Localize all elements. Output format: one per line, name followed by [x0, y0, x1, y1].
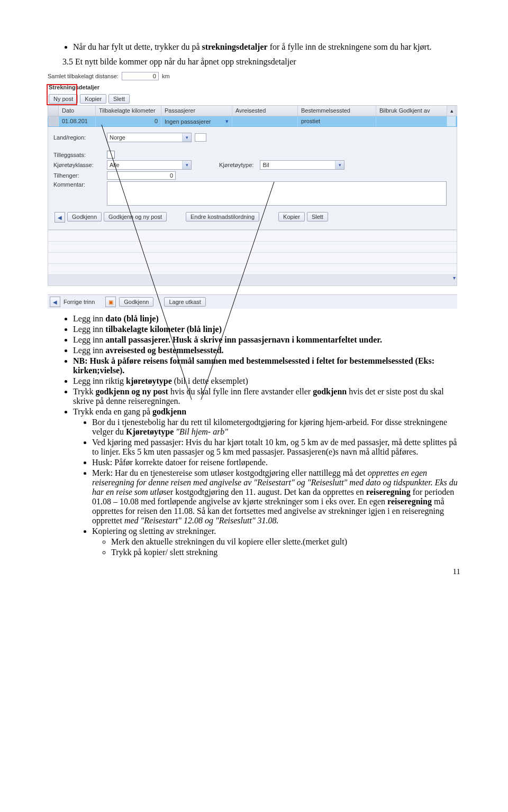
empty-grid-rows: ▾: [48, 230, 457, 286]
t: med "Reisestart" 12.08 og "Reiseslutt" 3…: [124, 516, 279, 525]
intro-text-b: for å fylle inn de strekningene som du h…: [268, 42, 432, 51]
app-frame: Samlet tilbakelagt distanse: 0 km Strekn…: [48, 72, 457, 309]
land-combo[interactable]: Norge ▾: [107, 133, 192, 142]
cell-bil[interactable]: [376, 116, 447, 126]
kommentar-textarea[interactable]: [107, 181, 447, 206]
samlet-label: Samlet tilbakelagt distanse:: [48, 73, 119, 79]
kjklasse-label: Kjøretøyklasse:: [53, 162, 104, 168]
step-heading: 3.5 Et nytt bilde kommer opp når du har …: [48, 57, 460, 67]
t: tilbakelagte kilometer (blå linje): [105, 325, 222, 334]
t: Trykk enda en gang på: [73, 407, 152, 416]
t: Merk: Har du en tjenestereise som utløse…: [92, 468, 368, 477]
section-title: Strekningsdetaljer: [48, 82, 457, 93]
page-number: 11: [453, 567, 460, 576]
intro-bold: strekningsdetaljer: [202, 42, 267, 51]
slett-button[interactable]: Slett: [108, 94, 130, 104]
t: avreisested og bestemmelsessted.: [105, 346, 223, 355]
t: godkjenn: [152, 407, 186, 416]
tilhenger-label: Tilhenger:: [53, 172, 104, 179]
col-pass[interactable]: Passasjerer: [161, 106, 232, 116]
t: Merk den aktuelle strekningen du vil kop…: [111, 537, 460, 547]
intro-bullet: Når du har fylt ut dette, trykker du på …: [73, 42, 460, 52]
col-km[interactable]: Tilbakelagte kilometer: [96, 106, 161, 116]
land-label: Land/region:: [53, 134, 104, 141]
godkjenn-bottom-button[interactable]: Godkjenn: [119, 297, 153, 307]
guide-list: Legg inn dato (blå linje) Legg inn tilba…: [48, 314, 460, 557]
tilhenger-value[interactable]: 0: [107, 171, 176, 180]
kjklasse-value: Alle: [110, 162, 119, 168]
t: Kjøretøytype: [126, 427, 174, 436]
chevron-down-icon[interactable]: ▾: [335, 161, 344, 169]
t: "Bil hjem- arb": [174, 427, 228, 436]
t: Ved kjøring med passasjer: Hvis du har k…: [92, 438, 460, 457]
lagre-utkast-button[interactable]: Lagre utkast: [164, 297, 206, 307]
t: Legg inn: [73, 314, 105, 323]
kjtype-combo[interactable]: Bil ▾: [260, 160, 344, 170]
godkjenn-button[interactable]: Godkjenn: [67, 212, 102, 222]
t: Trykk: [73, 387, 96, 396]
chevron-down-icon[interactable]: ▾: [182, 161, 191, 169]
t: Kopiering og sletting av strekninger.: [92, 527, 216, 536]
t: godkjenn: [313, 387, 347, 396]
chevron-down-icon[interactable]: ▾: [225, 118, 229, 125]
t: hvis du skal fylle inn flere avstander e…: [168, 387, 313, 396]
samlet-unit: km: [162, 73, 170, 79]
t: (bil i dette eksemplet): [172, 376, 248, 385]
t: Legg inn riktig: [73, 376, 126, 385]
prev-step-icon[interactable]: ◀: [50, 297, 60, 307]
cell-km[interactable]: 0: [96, 116, 161, 126]
ny-post-button[interactable]: Ny post: [49, 94, 78, 104]
t: Legg inn: [73, 346, 105, 355]
detail-panel: Land/region: Norge ▾ Tilleggssats: Kjøre…: [48, 127, 457, 230]
kjtype-label: Kjøretøytype:: [219, 162, 253, 168]
scroll-up-icon[interactable]: ▴: [447, 106, 456, 116]
col-bil[interactable]: Bilbruk Godkjent av: [376, 106, 447, 116]
land-value: Norge: [110, 134, 125, 141]
t: godkjenn og ny post: [96, 387, 168, 396]
intro-text-a: Når du har fylt ut dette, trykker du på: [73, 42, 202, 51]
forrige-trinn[interactable]: Forrige trinn: [64, 299, 95, 305]
kopier-detail-button[interactable]: Kopier: [278, 212, 305, 222]
t: NB: Husk å påføre reisens formål sammen …: [73, 356, 460, 375]
cell-pass[interactable]: Ingen passasjerer: [165, 118, 211, 125]
bottom-bar: ◀ Forrige trinn ▣ Godkjenn Lagre utkast: [48, 294, 457, 309]
selected-row[interactable]: 01.08.201 0 Ingen passasjerer ▾ prostiet: [48, 116, 457, 127]
kommentar-label: Kommentar:: [53, 181, 104, 188]
t: ser kostgodtgjøring den 11. august. Det …: [164, 487, 366, 496]
chevron-down-icon[interactable]: ▾: [182, 133, 191, 142]
col-best[interactable]: Bestemmelsessted: [298, 106, 376, 116]
samlet-value[interactable]: 0: [122, 72, 159, 80]
prev-icon[interactable]: ◀: [55, 212, 65, 223]
t: kjøretøytype: [126, 376, 172, 385]
tillegg-checkbox[interactable]: [107, 151, 115, 159]
t: reiseregning: [366, 487, 411, 496]
cell-avr[interactable]: [232, 116, 298, 126]
t: Legg inn: [73, 325, 105, 334]
t: dato (blå linje): [105, 314, 158, 323]
endre-kostnad-button[interactable]: Endre kostnadstilordning: [186, 212, 259, 222]
t: Trykk på kopier/ slett strekning: [111, 548, 460, 557]
kopier-button[interactable]: Kopier: [80, 94, 106, 104]
godkjenn-ny-button[interactable]: Godkjenn og ny post: [104, 212, 167, 222]
t: Husk: Påfør korrekte datoer for reisene …: [92, 458, 460, 467]
kjtype-value: Bil: [262, 162, 269, 168]
cell-dato[interactable]: 01.08.201: [59, 116, 96, 126]
col-dato[interactable]: Dato: [59, 106, 96, 116]
t: Legg inn: [73, 335, 105, 344]
t: reiseregning: [387, 497, 432, 506]
t: antall passasjerer. Husk å skrive inn pa…: [105, 335, 382, 344]
kjklasse-combo[interactable]: Alle ▾: [107, 160, 192, 170]
tillegg-label: Tilleggssats:: [53, 152, 104, 158]
col-avr[interactable]: Avreisested: [232, 106, 298, 116]
grid-header: Dato Tilbakelagte kilometer Passasjerer …: [48, 105, 457, 116]
land-extra[interactable]: [195, 133, 206, 142]
godkjenn-icon[interactable]: ▣: [105, 297, 116, 307]
cell-best[interactable]: prostiet: [298, 116, 376, 126]
slett-detail-button[interactable]: Slett: [307, 212, 328, 222]
